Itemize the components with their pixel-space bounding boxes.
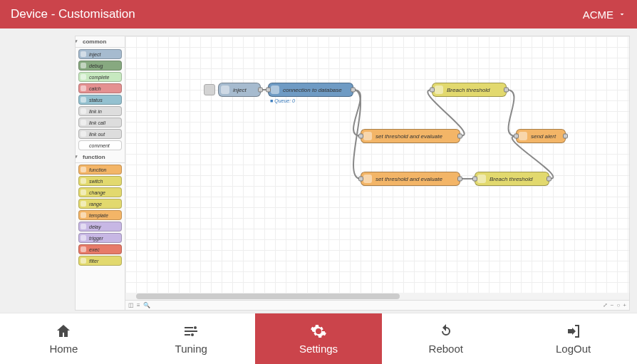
palette-node-switch[interactable]: switch — [78, 176, 122, 186]
nav-logout[interactable]: LogOut — [509, 313, 637, 364]
svg-point-0 — [194, 326, 197, 329]
input-port[interactable] — [472, 177, 477, 182]
flow-node-alert[interactable]: send alert — [516, 129, 566, 143]
nav-label: Tuning — [175, 343, 207, 355]
svg-point-1 — [191, 333, 194, 336]
palette-category-label: function — [83, 154, 105, 160]
flow-node-db[interactable]: connection to databaseQueue: 0 — [268, 83, 353, 97]
palette-node-debug[interactable]: debug — [78, 61, 122, 71]
palette-category-common[interactable]: common — [76, 36, 125, 48]
nav-label: Settings — [299, 343, 338, 355]
canvas-footer: ◫ ≡ 🔍 ⤢ − ○ + — [125, 300, 629, 310]
input-port[interactable] — [358, 134, 363, 139]
palette-node-change[interactable]: change — [78, 187, 122, 197]
flow-node-inject[interactable]: inject — [218, 83, 261, 97]
search-button[interactable]: 🔍 — [143, 302, 150, 308]
palette-node-inject[interactable]: inject — [78, 49, 122, 59]
palette-node-filter[interactable]: filter — [78, 256, 122, 266]
nav-tuning[interactable]: Tuning — [128, 313, 255, 364]
settings-icon — [310, 323, 327, 340]
nav-reboot[interactable]: Reboot — [382, 313, 509, 364]
flow-node-eval2[interactable]: set threshold and evaluate — [361, 172, 460, 186]
nav-list-button[interactable]: ≡ — [137, 302, 140, 308]
output-port[interactable] — [547, 177, 551, 182]
output-port[interactable] — [504, 88, 509, 93]
palette-node-link-in[interactable]: link in — [78, 106, 122, 116]
wire-db-eval1[interactable] — [353, 90, 361, 136]
flow-node-eval1[interactable]: set threshold and evaluate — [361, 129, 460, 143]
home-icon — [55, 323, 72, 340]
org-name: ACME — [583, 9, 613, 21]
org-dropdown[interactable]: ACME — [583, 9, 626, 21]
palette-node-template[interactable]: template — [78, 210, 122, 220]
zoom-fit-button[interactable]: ○ — [616, 302, 620, 308]
palette-node-complete[interactable]: complete — [78, 72, 122, 82]
palette-category-label: common — [83, 38, 106, 45]
palette-node-range[interactable]: range — [78, 199, 122, 209]
nav-label: LogOut — [556, 343, 591, 355]
palette-node-link-out[interactable]: link out — [78, 129, 122, 139]
palette-node-comment[interactable]: comment — [78, 140, 122, 150]
palette-node-catch[interactable]: catch — [78, 83, 122, 93]
node-palette[interactable]: commoninjectdebugcompletecatchstatuslink… — [76, 36, 125, 310]
nav-label: Home — [49, 343, 78, 355]
palette-category-function[interactable]: function — [76, 152, 125, 163]
flow-node-bt2[interactable]: Breach threshold — [475, 172, 549, 186]
output-port[interactable] — [563, 134, 568, 139]
output-port[interactable] — [457, 177, 462, 182]
nav-home[interactable]: Home — [0, 313, 128, 364]
palette-node-status[interactable]: status — [78, 95, 122, 105]
input-port[interactable] — [358, 177, 363, 182]
input-port[interactable] — [514, 134, 519, 139]
canvas-wrap: injectconnection to databaseQueue: 0Brea… — [125, 36, 629, 310]
palette-node-function[interactable]: function — [78, 165, 122, 175]
nav-label: Reboot — [429, 343, 463, 355]
inject-trigger-button[interactable] — [204, 84, 215, 95]
flow-canvas[interactable]: injectconnection to databaseQueue: 0Brea… — [125, 36, 629, 310]
horizontal-scrollbar[interactable] — [125, 293, 629, 300]
header-bar: Device - Customisation ACME — [0, 0, 637, 28]
flow-node-bt1[interactable]: Breach threshold — [432, 83, 507, 97]
node-status: Queue: 0 — [270, 98, 295, 103]
nav-map-button[interactable]: ◫ — [128, 302, 134, 308]
palette-node-exec[interactable]: exec — [78, 244, 122, 254]
flow-editor: commoninjectdebugcompletecatchstatuslink… — [75, 36, 630, 311]
output-port[interactable] — [457, 134, 462, 139]
logout-icon — [565, 323, 582, 340]
input-port[interactable] — [266, 88, 271, 93]
wire-bt1-alert[interactable] — [507, 90, 516, 136]
tuning-icon — [182, 323, 200, 340]
palette-node-trigger[interactable]: trigger — [78, 233, 122, 243]
bottom-nav: HomeTuningSettingsRebootLogOut — [0, 313, 637, 364]
reboot-icon — [437, 323, 455, 340]
output-port[interactable] — [351, 88, 356, 93]
nav-settings[interactable]: Settings — [255, 313, 383, 364]
page-title: Device - Customisation — [11, 7, 135, 21]
input-port[interactable] — [430, 88, 435, 93]
output-port[interactable] — [258, 88, 263, 93]
scrollbar-thumb[interactable] — [136, 293, 400, 299]
chevron-down-icon — [618, 10, 626, 19]
palette-node-delay[interactable]: delay — [78, 222, 122, 232]
zoom-reset-button[interactable]: ⤢ — [603, 302, 608, 308]
palette-node-link-call[interactable]: link call — [78, 118, 122, 128]
zoom-in-button[interactable]: + — [623, 302, 626, 308]
zoom-out-button[interactable]: − — [611, 302, 614, 308]
